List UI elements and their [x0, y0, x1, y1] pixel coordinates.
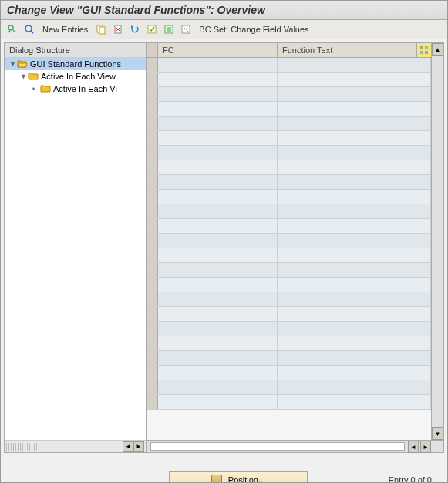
cell-function-text[interactable] — [278, 322, 431, 336]
table-row[interactable] — [147, 146, 431, 160]
cell-function-text[interactable] — [278, 366, 431, 380]
scroll-down-icon[interactable]: ▼ — [432, 427, 443, 440]
row-selector-header[interactable] — [147, 43, 158, 57]
cell-fc[interactable] — [158, 248, 278, 262]
cell-fc[interactable] — [158, 351, 278, 365]
cell-fc[interactable] — [158, 234, 278, 248]
table-row[interactable] — [147, 336, 431, 351]
cell-function-text[interactable] — [278, 102, 431, 116]
cell-fc[interactable] — [158, 131, 278, 145]
scroll-track[interactable] — [432, 56, 443, 427]
table-row[interactable] — [147, 234, 431, 248]
table-row[interactable] — [147, 58, 431, 73]
cell-fc[interactable] — [158, 58, 278, 72]
column-fc-header[interactable]: FC — [158, 43, 278, 57]
row-selector[interactable] — [147, 73, 158, 86]
resize-handle-icon[interactable] — [6, 443, 37, 451]
row-selector[interactable] — [147, 146, 158, 160]
row-selector[interactable] — [147, 395, 158, 409]
cell-function-text[interactable] — [278, 263, 431, 277]
cell-fc[interactable] — [158, 278, 278, 292]
cell-fc[interactable] — [158, 366, 278, 380]
cell-function-text[interactable] — [278, 234, 431, 248]
table-row[interactable] — [147, 307, 431, 322]
row-selector[interactable] — [147, 307, 158, 321]
cell-function-text[interactable] — [278, 380, 431, 394]
hscroll-track[interactable] — [150, 442, 405, 451]
cell-function-text[interactable] — [278, 87, 431, 101]
row-selector[interactable] — [147, 263, 158, 277]
column-function-text-header[interactable]: Function Text — [278, 43, 417, 57]
table-row[interactable] — [147, 204, 431, 219]
cell-fc[interactable] — [158, 190, 278, 204]
cell-fc[interactable] — [158, 175, 278, 189]
tree-item-gui-standard-functions[interactable]: ▼ GUI Standard Functions — [5, 58, 146, 70]
tool-delete-icon[interactable] — [111, 22, 125, 36]
table-row[interactable] — [147, 190, 431, 204]
table-row[interactable] — [147, 380, 431, 395]
row-selector[interactable] — [147, 366, 158, 380]
cell-fc[interactable] — [158, 117, 278, 130]
scroll-right-icon[interactable]: ► — [133, 441, 144, 452]
cell-function-text[interactable] — [278, 73, 431, 86]
cell-function-text[interactable] — [278, 58, 431, 72]
scroll-up-icon[interactable]: ▲ — [432, 43, 443, 56]
row-selector[interactable] — [147, 190, 158, 204]
tool-deselect-all-icon[interactable] — [179, 22, 193, 36]
table-row[interactable] — [147, 219, 431, 234]
cell-function-text[interactable] — [278, 395, 431, 409]
cell-function-text[interactable] — [278, 117, 431, 130]
row-selector[interactable] — [147, 322, 158, 336]
row-selector[interactable] — [147, 219, 158, 233]
row-selector[interactable] — [147, 102, 158, 116]
table-row[interactable] — [147, 395, 431, 410]
cell-fc[interactable] — [158, 395, 278, 409]
tree-item-active-each-view-1[interactable]: ▼ Active In Each View — [5, 70, 146, 83]
new-entries-button[interactable]: New Entries — [39, 25, 91, 34]
cell-fc[interactable] — [158, 160, 278, 174]
table-row[interactable] — [147, 73, 431, 87]
cell-fc[interactable] — [158, 307, 278, 321]
row-selector[interactable] — [147, 87, 158, 101]
cell-function-text[interactable] — [278, 351, 431, 365]
row-selector[interactable] — [147, 278, 158, 292]
scroll-left-icon[interactable]: ◄ — [408, 441, 419, 453]
tool-select-all-icon[interactable] — [145, 22, 159, 36]
cell-function-text[interactable] — [278, 292, 431, 306]
table-row[interactable] — [147, 160, 431, 175]
row-selector[interactable] — [147, 131, 158, 145]
position-button[interactable]: Position... — [169, 471, 308, 483]
table-row[interactable] — [147, 263, 431, 278]
table-row[interactable] — [147, 117, 431, 131]
cell-function-text[interactable] — [278, 160, 431, 174]
cell-fc[interactable] — [158, 102, 278, 116]
horizontal-scrollbar[interactable]: ◄ ► — [147, 440, 443, 452]
tool-undo-icon[interactable] — [128, 22, 142, 36]
row-selector[interactable] — [147, 160, 158, 174]
cell-function-text[interactable] — [278, 307, 431, 321]
cell-fc[interactable] — [158, 263, 278, 277]
table-row[interactable] — [147, 292, 431, 307]
table-row[interactable] — [147, 366, 431, 380]
row-selector[interactable] — [147, 117, 158, 130]
cell-fc[interactable] — [158, 73, 278, 86]
row-selector[interactable] — [147, 175, 158, 189]
cell-function-text[interactable] — [278, 190, 431, 204]
cell-function-text[interactable] — [278, 219, 431, 233]
table-row[interactable] — [147, 102, 431, 117]
row-selector[interactable] — [147, 351, 158, 365]
tool-find-icon[interactable] — [22, 22, 36, 36]
table-row[interactable] — [147, 351, 431, 366]
row-selector[interactable] — [147, 292, 158, 306]
row-selector[interactable] — [147, 204, 158, 218]
cell-fc[interactable] — [158, 204, 278, 218]
cell-fc[interactable] — [158, 336, 278, 350]
row-selector[interactable] — [147, 248, 158, 262]
bc-set-button[interactable]: BC Set: Change Field Values — [196, 25, 312, 34]
table-row[interactable] — [147, 278, 431, 292]
row-selector[interactable] — [147, 234, 158, 248]
cell-fc[interactable] — [158, 380, 278, 394]
expand-icon[interactable]: ▼ — [9, 60, 17, 68]
table-row[interactable] — [147, 87, 431, 102]
table-row[interactable] — [147, 175, 431, 190]
